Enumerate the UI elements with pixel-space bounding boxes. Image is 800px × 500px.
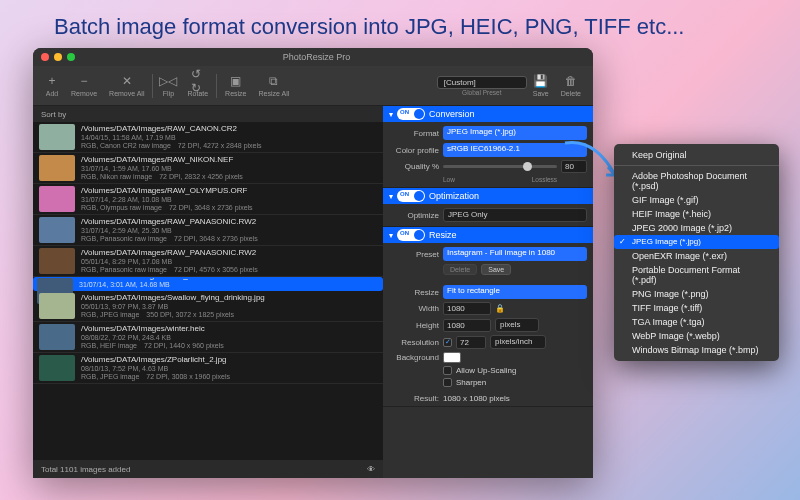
file-row[interactable]: /Volumes/DATA/Images/RAW_NIKON.NEF 31/07… — [33, 153, 383, 184]
flip-button[interactable]: ▷◁Flip — [155, 72, 181, 99]
save-preset-button[interactable]: 💾Save — [527, 72, 555, 99]
quality-slider[interactable] — [443, 165, 557, 168]
lock-icon[interactable]: 🔒 — [495, 304, 505, 313]
file-row[interactable]: /Volumes/DATA/Images/Swallow_flying_drin… — [33, 291, 383, 322]
upscale-label: Allow Up-Scaling — [456, 366, 516, 375]
file-meta: /Volumes/DATA/Images/RAW_SONY.ARW 31/07/… — [79, 278, 257, 290]
chevron-down-icon: ▾ — [389, 192, 393, 201]
file-row[interactable]: /Volumes/DATA/Images/RAW_SONY.ARW 31/07/… — [33, 277, 383, 291]
close-icon[interactable] — [41, 53, 49, 61]
dropdown-item[interactable]: JPEG 2000 Image (*.jp2) — [614, 221, 779, 235]
minimize-icon[interactable] — [54, 53, 62, 61]
sharpen-checkbox[interactable] — [443, 378, 452, 387]
file-row[interactable]: /Volumes/DATA/Images/RAW_OLYMPUS.ORF 31/… — [33, 184, 383, 215]
thumbnail — [39, 355, 75, 381]
quality-lossless-label: Lossless — [532, 176, 557, 183]
dropdown-item[interactable]: Adobe Photoshop Document (*.psd) — [614, 169, 779, 193]
resize-all-icon: ⧉ — [267, 74, 281, 88]
file-count: Total 1101 images added — [41, 465, 130, 474]
file-meta: /Volumes/DATA/Images/RAW_PANASONIC.RW2 0… — [81, 248, 258, 274]
conversion-header[interactable]: ▾ ON Conversion — [383, 106, 593, 122]
dropdown-item[interactable]: TIFF Image (*.tiff) — [614, 301, 779, 315]
delete-preset-button[interactable]: 🗑Delete — [555, 72, 587, 99]
quality-low-label: Low — [443, 176, 455, 183]
app-window: PhotoResize Pro +Add −Remove ✕Remove All… — [33, 48, 593, 478]
file-row[interactable]: /Volumes/DATA/Images/RAW_CANON.CR2 14/04… — [33, 122, 383, 153]
chevron-down-icon: ▾ — [389, 110, 393, 119]
resolution-label: Resolution — [389, 338, 439, 347]
profile-select[interactable]: sRGB IEC61966-2.1 — [443, 143, 587, 157]
zoom-icon[interactable] — [67, 53, 75, 61]
width-input[interactable] — [443, 302, 491, 315]
format-select[interactable]: JPEG Image (*.jpg) — [443, 126, 587, 140]
conversion-title: Conversion — [429, 109, 475, 119]
sort-label[interactable]: Sort by — [41, 110, 66, 119]
upscale-checkbox[interactable] — [443, 366, 452, 375]
background-swatch[interactable] — [443, 352, 461, 363]
background-label: Background — [389, 353, 439, 362]
file-meta: /Volumes/DATA/Images/RAW_OLYMPUS.ORF 31/… — [81, 186, 253, 212]
file-row[interactable]: /Volumes/DATA/Images/RAW_PANASONIC.RW2 0… — [33, 246, 383, 277]
format-label: Format — [389, 129, 439, 138]
chevron-down-icon: ▾ — [389, 231, 393, 240]
resize-preset-select[interactable]: Instagram - Full image in 1080 — [443, 247, 587, 261]
dropdown-item[interactable]: ✓JPEG Image (*.jpg) — [614, 235, 779, 249]
unit-select[interactable]: pixels — [495, 318, 539, 332]
file-meta: /Volumes/DATA/Images/Swallow_flying_drin… — [81, 293, 265, 319]
resize-mode-label: Resize — [389, 288, 439, 297]
file-list-panel: Sort by /Volumes/DATA/Images/RAW_CANON.C… — [33, 106, 383, 478]
height-label: Height — [389, 321, 439, 330]
trash-icon: 🗑 — [564, 74, 578, 88]
resize-all-button[interactable]: ⧉Resize All — [253, 72, 296, 99]
preset-delete-button[interactable]: Delete — [443, 264, 477, 275]
global-preset-select[interactable]: [Custom] — [437, 76, 527, 89]
format-dropdown: Keep Original Adobe Photoshop Document (… — [614, 144, 779, 361]
file-row[interactable]: /Volumes/DATA/Images/RAW_PANASONIC.RW2 3… — [33, 215, 383, 246]
thumbnail — [39, 186, 75, 212]
dropdown-item[interactable]: PNG Image (*.png) — [614, 287, 779, 301]
result-label: Result: — [389, 394, 439, 403]
dropdown-item[interactable]: OpenEXR Image (*.exr) — [614, 249, 779, 263]
rotate-icon: ↺ ↻ — [191, 74, 205, 88]
resolution-checkbox[interactable]: ✓ — [443, 338, 452, 347]
add-button[interactable]: +Add — [39, 72, 65, 99]
rotate-button[interactable]: ↺ ↻Rotate — [181, 72, 214, 99]
preset-save-button[interactable]: Save — [481, 264, 511, 275]
width-label: Width — [389, 304, 439, 313]
optimize-label: Optimize — [389, 211, 439, 220]
conversion-toggle[interactable]: ON — [397, 108, 425, 120]
dropdown-item[interactable]: GIF Image (*.gif) — [614, 193, 779, 207]
optimize-select[interactable]: JPEG Only — [443, 208, 587, 222]
file-meta: /Volumes/DATA/Images/ZPolarlicht_2.jpg 0… — [81, 355, 230, 381]
remove-button[interactable]: −Remove — [65, 72, 103, 99]
optimization-toggle[interactable]: ON — [397, 190, 425, 202]
dropdown-item[interactable]: WebP Image (*.webp) — [614, 329, 779, 343]
resolution-unit-select[interactable]: pixels/inch — [490, 335, 546, 349]
resize-button[interactable]: ▣Resize — [219, 72, 252, 99]
optimization-header[interactable]: ▾ ON Optimization — [383, 188, 593, 204]
global-preset-label: Global Preset — [462, 89, 501, 96]
remove-all-button[interactable]: ✕Remove All — [103, 72, 150, 99]
settings-panel: ▾ ON Conversion FormatJPEG Image (*.jpg)… — [383, 106, 593, 478]
dropdown-item[interactable]: TGA Image (*.tga) — [614, 315, 779, 329]
file-list[interactable]: /Volumes/DATA/Images/RAW_CANON.CR2 14/04… — [33, 122, 383, 460]
dropdown-item[interactable]: Windows Bitmap Image (*.bmp) — [614, 343, 779, 357]
dropdown-item[interactable]: Portable Document Format (*.pdf) — [614, 263, 779, 287]
dropdown-item[interactable]: HEIF Image (*.heic) — [614, 207, 779, 221]
file-row[interactable]: /Volumes/DATA/Images/ZPolarlicht_2.jpg 0… — [33, 353, 383, 384]
quality-label: Quality % — [389, 162, 439, 171]
resize-header[interactable]: ▾ ON Resize — [383, 227, 593, 243]
resize-icon: ▣ — [229, 74, 243, 88]
dropdown-item-keep-original[interactable]: Keep Original — [614, 148, 779, 162]
height-input[interactable] — [443, 319, 491, 332]
resolution-input[interactable] — [456, 336, 486, 349]
eye-icon[interactable]: 👁 — [367, 465, 375, 474]
quality-input[interactable] — [561, 160, 587, 173]
resize-mode-select[interactable]: Fit to rectangle — [443, 285, 587, 299]
file-meta: /Volumes/DATA/Images/winter.heic 08/08/2… — [81, 324, 224, 350]
resize-toggle[interactable]: ON — [397, 229, 425, 241]
file-row[interactable]: /Volumes/DATA/Images/winter.heic 08/08/2… — [33, 322, 383, 353]
window-title: PhotoResize Pro — [80, 52, 553, 62]
titlebar: PhotoResize Pro — [33, 48, 593, 66]
result-value: 1080 x 1080 pixels — [443, 394, 510, 403]
